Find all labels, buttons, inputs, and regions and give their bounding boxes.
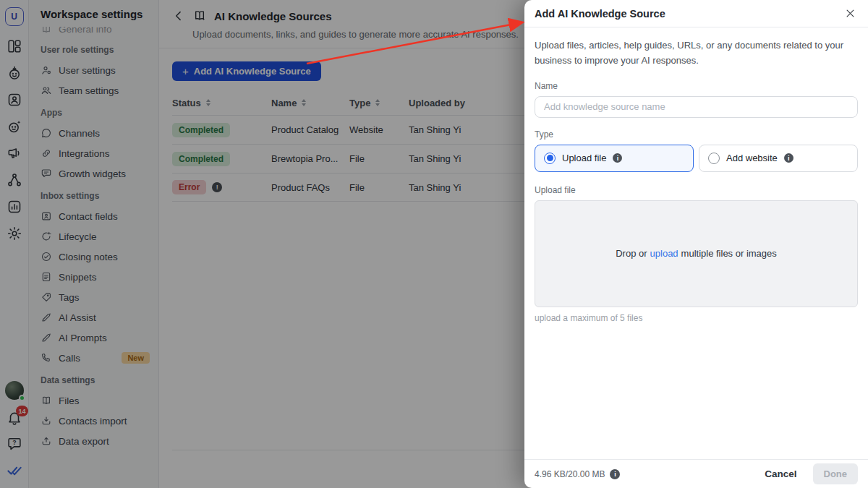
storage-usage-text: 4.96 KB/20.00 MB <box>535 469 605 479</box>
add-knowledge-source-drawer: Add AI Knowledge Source Upload files, ar… <box>524 0 868 488</box>
type-option-upload-file[interactable]: Upload file i <box>535 145 694 172</box>
type-options: Upload file i Add website i <box>535 145 858 172</box>
dropzone-text: Drop or <box>616 248 647 259</box>
info-icon[interactable]: i <box>610 469 620 479</box>
type-option-label: Upload file <box>562 153 606 163</box>
app-window: U 14 Workspace settings General info U <box>0 0 868 488</box>
info-icon[interactable]: i <box>613 153 622 163</box>
upload-file-label: Upload file <box>535 185 858 195</box>
drawer-footer: 4.96 KB/20.00 MB i Cancel Done <box>524 459 868 488</box>
knowledge-source-name-input[interactable] <box>535 96 858 118</box>
upload-helper-text: upload a maximum of 5 files <box>535 313 858 323</box>
drawer-header: Add AI Knowledge Source <box>524 0 868 27</box>
radio-unchecked-icon[interactable] <box>708 153 720 164</box>
done-button[interactable]: Done <box>813 463 859 484</box>
info-icon[interactable]: i <box>784 153 793 163</box>
drawer-body: Upload files, articles, help guides, URL… <box>524 27 868 459</box>
type-option-add-website[interactable]: Add website i <box>699 145 858 172</box>
type-option-label: Add website <box>726 153 778 163</box>
drawer-title: Add AI Knowledge Source <box>535 8 665 20</box>
file-dropzone[interactable]: Drop or upload multiple files or images <box>535 200 858 307</box>
name-field-label: Name <box>535 81 858 91</box>
close-icon[interactable] <box>845 8 856 19</box>
dropzone-text: multiple files or images <box>681 248 777 259</box>
upload-link[interactable]: upload <box>650 248 678 259</box>
drawer-description: Upload files, articles, help guides, URL… <box>535 38 858 69</box>
cancel-button[interactable]: Cancel <box>765 468 796 479</box>
type-field-label: Type <box>535 129 858 140</box>
radio-checked-icon[interactable] <box>544 153 556 164</box>
